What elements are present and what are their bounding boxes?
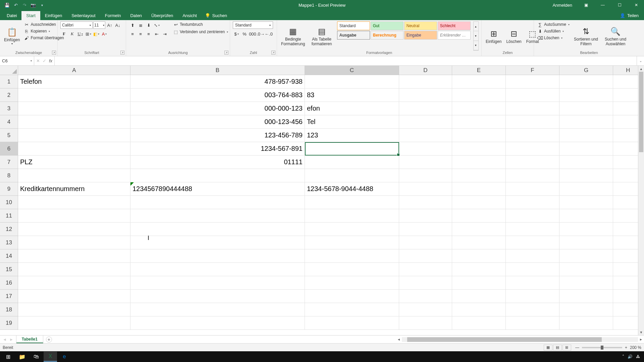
- cell-A1[interactable]: Telefon: [18, 75, 130, 88]
- share-button[interactable]: 👤 Teilen: [614, 11, 644, 20]
- style-schlecht[interactable]: Schlecht: [438, 21, 471, 30]
- cell-A5[interactable]: [18, 129, 130, 142]
- col-header-G[interactable]: G: [559, 66, 613, 75]
- cell-D12[interactable]: [399, 223, 452, 236]
- cell-A11[interactable]: [18, 209, 130, 223]
- cell-F4[interactable]: [506, 115, 559, 129]
- cell-E14[interactable]: [452, 249, 506, 263]
- cell-C8[interactable]: [305, 169, 399, 182]
- enter-formula-icon[interactable]: ✓: [43, 58, 46, 63]
- ribbon-display-icon[interactable]: ▣: [578, 0, 594, 10]
- cell-G16[interactable]: [559, 276, 613, 290]
- taskbar-explorer-icon[interactable]: 📁: [15, 352, 29, 362]
- autosum-button[interactable]: ∑AutoSumme: [537, 21, 570, 27]
- cell-E2[interactable]: [452, 88, 506, 102]
- cell-C7[interactable]: [305, 156, 399, 169]
- cell-A16[interactable]: [18, 276, 130, 290]
- cell-B10[interactable]: [130, 196, 305, 209]
- cell-B5[interactable]: 123-456-789: [130, 129, 305, 142]
- bold-button[interactable]: F: [60, 30, 68, 38]
- scroll-up-icon[interactable]: ▲: [638, 66, 644, 72]
- start-button[interactable]: ⊞: [1, 352, 15, 362]
- cell-D14[interactable]: [399, 249, 452, 263]
- spreadsheet-grid[interactable]: ABCDEFGH1Telefon478-957-9382003-764-8838…: [0, 66, 644, 335]
- tab-datei[interactable]: Datei: [2, 11, 21, 20]
- sheet-tab-1[interactable]: Tabelle1: [16, 336, 43, 343]
- row-header-14[interactable]: 14: [0, 249, 18, 263]
- row-header-6[interactable]: 6: [0, 142, 18, 156]
- cell-G14[interactable]: [559, 249, 613, 263]
- cell-styles-gallery[interactable]: Standard Gut Neutral Schlecht Ausgabe Be…: [337, 21, 471, 51]
- find-select-button[interactable]: 🔍Suchen und Auswählen: [602, 21, 629, 51]
- tell-me-search[interactable]: 💡 Suchen: [202, 11, 230, 20]
- cell-G12[interactable]: [559, 223, 613, 236]
- cell-F10[interactable]: [506, 196, 559, 209]
- cell-D11[interactable]: [399, 209, 452, 223]
- cell-G4[interactable]: [559, 115, 613, 129]
- col-header-C[interactable]: C: [305, 66, 399, 75]
- cell-F17[interactable]: [506, 290, 559, 303]
- align-left-button[interactable]: ≡: [129, 30, 136, 38]
- cell-G10[interactable]: [559, 196, 613, 209]
- font-launcher[interactable]: ⭷: [120, 51, 124, 55]
- col-header-D[interactable]: D: [399, 66, 452, 75]
- cell-C16[interactable]: [305, 276, 399, 290]
- cell-F13[interactable]: [506, 236, 559, 249]
- cell-C12[interactable]: [305, 223, 399, 236]
- align-middle-button[interactable]: ≣: [137, 21, 144, 29]
- cell-F5[interactable]: [506, 129, 559, 142]
- cell-B9[interactable]: 1234567890444488: [130, 182, 305, 196]
- cell-C19[interactable]: [305, 316, 399, 330]
- cell-E17[interactable]: [452, 290, 506, 303]
- number-format-combo[interactable]: Standard▾: [233, 21, 273, 29]
- tab-einfuegen[interactable]: Einfügen: [40, 11, 67, 20]
- cell-E7[interactable]: [452, 156, 506, 169]
- save-icon[interactable]: 💾: [4, 2, 10, 8]
- formula-input[interactable]: [55, 56, 637, 65]
- cell-G17[interactable]: [559, 290, 613, 303]
- underline-button[interactable]: U: [76, 30, 84, 38]
- cell-D18[interactable]: [399, 303, 452, 316]
- row-header-8[interactable]: 8: [0, 169, 18, 182]
- sort-filter-button[interactable]: ⇅Sortieren und Filtern: [572, 21, 600, 51]
- cell-E4[interactable]: [452, 115, 506, 129]
- cell-G6[interactable]: [559, 142, 613, 156]
- col-header-B[interactable]: B: [130, 66, 305, 75]
- tray-volume-icon[interactable]: 🔊: [628, 354, 633, 359]
- zoom-out-button[interactable]: —: [575, 345, 579, 350]
- cell-G3[interactable]: [559, 102, 613, 115]
- cell-B7[interactable]: 01111: [130, 156, 305, 169]
- cell-E13[interactable]: [452, 236, 506, 249]
- cell-D16[interactable]: [399, 276, 452, 290]
- tray-chevron-icon[interactable]: ˄: [622, 354, 624, 359]
- name-box[interactable]: C6▾: [0, 56, 34, 65]
- cell-A15[interactable]: [18, 263, 130, 276]
- cell-E16[interactable]: [452, 276, 506, 290]
- col-header-E[interactable]: E: [452, 66, 506, 75]
- taskbar-excel-icon[interactable]: X: [44, 352, 57, 362]
- cell-G8[interactable]: [559, 169, 613, 182]
- cell-F1[interactable]: [506, 75, 559, 88]
- view-normal-button[interactable]: ▦: [544, 345, 552, 351]
- style-gut[interactable]: Gut: [371, 21, 404, 30]
- cell-E11[interactable]: [452, 209, 506, 223]
- cell-A7[interactable]: PLZ: [18, 156, 130, 169]
- row-header-7[interactable]: 7: [0, 156, 18, 169]
- cell-F14[interactable]: [506, 249, 559, 263]
- percent-button[interactable]: %: [241, 30, 248, 38]
- indent-button[interactable]: ⇥: [161, 30, 168, 38]
- cell-G1[interactable]: [559, 75, 613, 88]
- horizontal-scrollbar[interactable]: ◄►: [396, 336, 644, 343]
- cell-C14[interactable]: [305, 249, 399, 263]
- insert-cells-button[interactable]: ⊞Einfügen: [484, 21, 503, 51]
- cell-A8[interactable]: [18, 169, 130, 182]
- cell-B18[interactable]: [130, 303, 305, 316]
- cell-D10[interactable]: [399, 196, 452, 209]
- font-size-combo[interactable]: 11▾: [93, 21, 105, 29]
- cell-G2[interactable]: [559, 88, 613, 102]
- tab-ansicht[interactable]: Ansicht: [178, 11, 202, 20]
- tab-formeln[interactable]: Formeln: [100, 11, 126, 20]
- cell-G7[interactable]: [559, 156, 613, 169]
- cell-C15[interactable]: [305, 263, 399, 276]
- vertical-scrollbar[interactable]: ▲ ▼: [638, 66, 644, 335]
